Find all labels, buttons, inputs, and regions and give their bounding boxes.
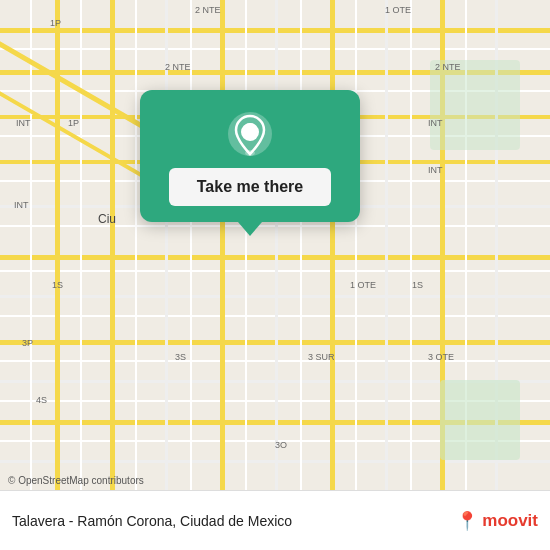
map-container: 1P 2 NTE 1 OTE 2 NTE 2 NTE INT 1P INT IN… <box>0 0 550 490</box>
map-copyright: © OpenStreetMap contributors <box>8 475 144 486</box>
svg-point-3 <box>243 123 257 137</box>
street <box>190 0 192 490</box>
street <box>275 0 278 490</box>
park-area <box>430 60 520 150</box>
street <box>30 0 32 490</box>
street <box>110 0 115 490</box>
moovit-wordmark: moovit <box>482 511 538 531</box>
street <box>80 0 82 490</box>
attribution-text: © OpenStreetMap contributors <box>8 475 144 486</box>
street <box>245 0 247 490</box>
street <box>355 0 357 490</box>
street <box>410 0 412 490</box>
moovit-logo: 📍 moovit <box>456 510 538 532</box>
street <box>165 0 168 490</box>
location-name-text: Talavera - Ramón Corona, Ciudad de Mexic… <box>12 513 292 529</box>
street <box>300 0 302 490</box>
location-info: Talavera - Ramón Corona, Ciudad de Mexic… <box>12 510 538 532</box>
location-pin-icon <box>226 110 274 158</box>
street <box>385 0 388 490</box>
park-area <box>440 380 520 460</box>
take-me-there-button[interactable]: Take me there <box>169 168 331 206</box>
bottom-bar: Talavera - Ramón Corona, Ciudad de Mexic… <box>0 490 550 550</box>
street <box>135 0 137 490</box>
moovit-pin-icon: 📍 <box>456 510 478 532</box>
street <box>55 0 60 490</box>
location-popup: Take me there <box>140 90 360 222</box>
street <box>330 0 335 490</box>
street <box>220 0 225 490</box>
